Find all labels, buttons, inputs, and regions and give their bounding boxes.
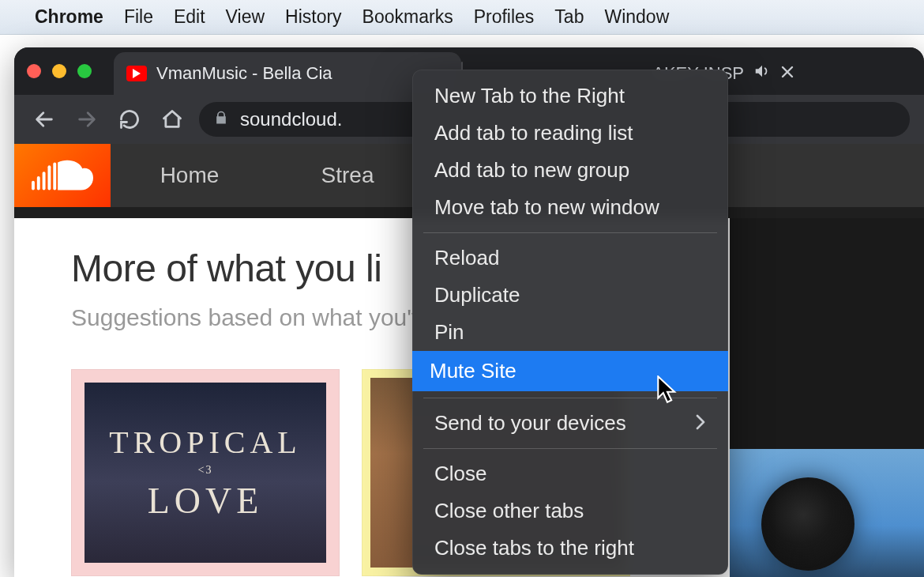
ctx-add-new-group[interactable]: Add tab to new group [417,152,723,189]
menubar-item-bookmarks[interactable]: Bookmarks [362,6,453,28]
svg-marker-0 [133,69,141,78]
menubar-item-window[interactable]: Window [604,6,669,28]
ctx-close-tabs-right[interactable]: Close tabs to the right [417,530,723,567]
lock-icon [213,108,229,130]
menubar-item-file[interactable]: File [124,6,153,28]
back-button[interactable] [28,104,60,135]
tab-context-menu: New Tab to the Right Add tab to reading … [412,70,728,575]
ctx-reload[interactable]: Reload [417,239,723,277]
ctx-duplicate[interactable]: Duplicate [417,277,723,314]
ctx-close[interactable]: Close [417,455,723,492]
menubar-item-profiles[interactable]: Profiles [474,6,535,28]
svg-rect-3 [43,172,46,190]
card-text-line2: LOVE [148,480,264,522]
youtube-favicon-icon [126,66,147,81]
speaker-icon[interactable] [753,62,771,85]
ctx-send-devices[interactable]: Send to your devices [417,405,723,442]
ctx-close-other-tabs[interactable]: Close other tabs [417,492,723,530]
svg-rect-5 [53,162,56,190]
window-minimize-icon[interactable] [52,64,66,78]
nav-home[interactable]: Home [111,144,269,207]
ctx-separator [423,232,717,233]
menubar-item-view[interactable]: View [226,6,265,28]
soundcloud-nav: Home Strea [111,144,426,207]
ctx-separator [423,448,717,449]
playlist-card-tropical-love[interactable]: TROPICAL <3 LOVE [71,369,340,576]
menubar-item-tab[interactable]: Tab [554,6,584,28]
heart-icon: <3 [198,464,213,477]
window-close-icon[interactable] [27,64,41,78]
svg-rect-1 [32,181,35,190]
card-text-line1: TROPICAL [109,424,302,461]
chevron-right-icon [695,411,706,436]
tab-active[interactable]: VmanMusic - Bella Cia [114,52,461,95]
svg-rect-4 [47,165,51,190]
svg-rect-2 [37,176,40,190]
ctx-new-tab-right[interactable]: New Tab to the Right [417,77,723,115]
ctx-add-reading-list[interactable]: Add tab to reading list [417,115,723,152]
menubar-item-edit[interactable]: Edit [174,6,205,28]
tab-close-icon[interactable] [780,65,794,83]
window-controls [27,64,92,78]
reload-button[interactable] [114,104,145,135]
ctx-pin[interactable]: Pin [417,314,723,351]
tab-title: VmanMusic - Bella Cia [156,63,447,84]
soundcloud-logo-icon[interactable] [14,144,111,207]
menubar-app-name[interactable]: Chrome [35,6,103,28]
forward-button[interactable] [71,104,103,135]
eclipse-icon [761,477,855,571]
ctx-mute-site[interactable]: Mute Site [412,351,728,391]
ctx-move-new-window[interactable]: Move tab to new window [417,189,723,226]
right-content-strip [730,218,924,577]
url-text: soundcloud. [240,108,342,130]
nav-stream[interactable]: Strea [269,144,426,207]
ctx-separator [423,398,717,398]
playlist-art-sun[interactable] [730,449,924,577]
menubar-item-history[interactable]: History [285,6,342,28]
macos-menubar: Chrome File Edit View History Bookmarks … [0,0,924,35]
window-zoom-icon[interactable] [77,64,92,78]
home-button[interactable] [156,104,188,135]
